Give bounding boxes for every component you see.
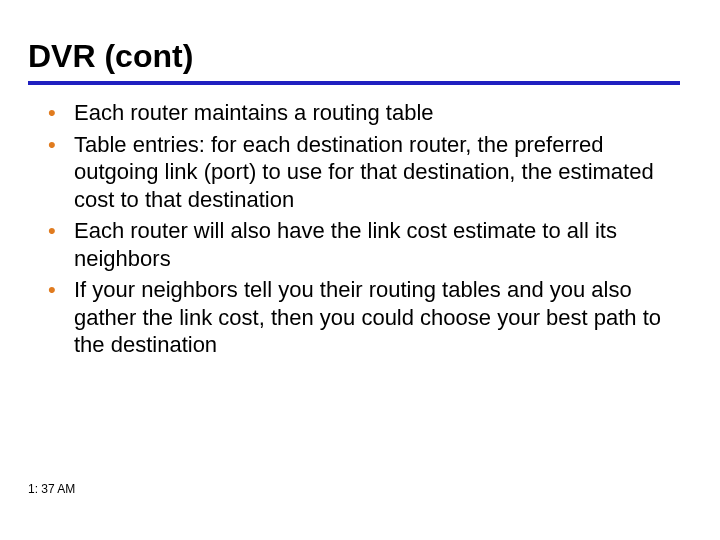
bullet-item: If your neighbors tell you their routing… [48, 276, 670, 359]
bullet-item: Table entries: for each destination rout… [48, 131, 670, 214]
bullet-list: Each router maintains a routing table Ta… [28, 99, 680, 359]
bullet-item: Each router will also have the link cost… [48, 217, 670, 272]
slide: DVR (cont) Each router maintains a routi… [0, 0, 720, 540]
slide-title: DVR (cont) [28, 38, 680, 77]
title-underline [28, 81, 680, 85]
bullet-item: Each router maintains a routing table [48, 99, 670, 127]
footer-timestamp: 1: 37 AM [28, 482, 75, 496]
